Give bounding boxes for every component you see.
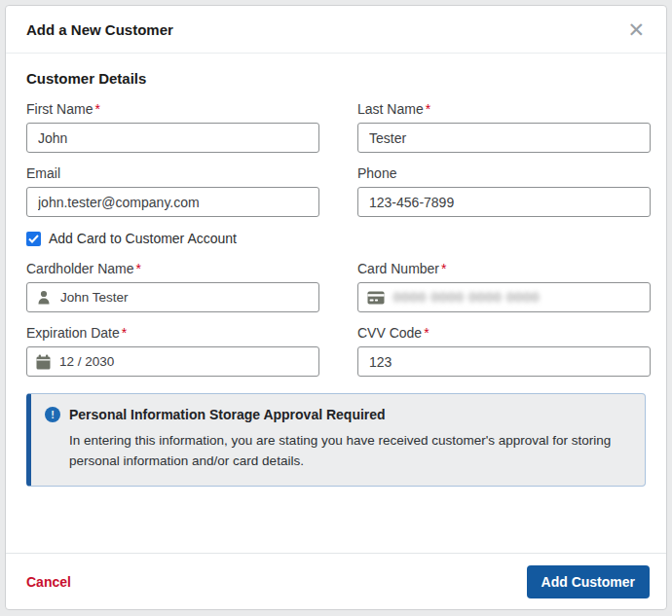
alert-title: Personal Information Storage Approval Re…: [69, 407, 386, 422]
checkmark-icon: [28, 235, 39, 243]
close-icon[interactable]: ✕: [625, 19, 647, 40]
add-customer-button[interactable]: Add Customer: [527, 565, 650, 598]
add-card-checkbox-label[interactable]: Add Card to Customer Account: [49, 231, 237, 246]
modal-header: Add a New Customer ✕: [6, 6, 666, 54]
required-star: *: [136, 261, 141, 276]
credit-card-icon: [367, 291, 385, 305]
card-number-field: Card Number* 0000 0000 0000 0000: [357, 261, 651, 312]
required-star: *: [426, 101, 430, 117]
alert-body-text: In entering this information, you are st…: [45, 431, 629, 472]
modal-title: Add a New Customer: [26, 21, 173, 38]
modal-footer: Cancel Add Customer: [6, 553, 666, 609]
expiration-date-label: Expiration Date*: [26, 325, 319, 341]
card-number-input-box[interactable]: 0000 0000 0000 0000: [357, 282, 651, 312]
required-star: *: [94, 101, 99, 117]
card-number-masked-value: 0000 0000 0000 0000: [393, 290, 540, 305]
phone-field: Phone: [357, 165, 651, 217]
customer-fields: First Name* Last Name* Email Phone: [26, 101, 646, 217]
last-name-field: Last Name*: [357, 101, 651, 153]
email-input[interactable]: [26, 187, 319, 217]
card-fields: Cardholder Name* Card Number* 0000 0000 …: [26, 261, 646, 377]
card-number-label: Card Number*: [357, 261, 651, 276]
expiration-date-input[interactable]: [59, 354, 310, 369]
phone-label: Phone: [357, 165, 651, 181]
last-name-input[interactable]: [357, 123, 651, 153]
cardholder-name-label: Cardholder Name*: [26, 261, 319, 276]
modal-body: Customer Details First Name* Last Name* …: [6, 54, 666, 553]
required-star: *: [424, 325, 429, 341]
cvv-code-field: CVV Code*: [357, 325, 651, 377]
person-icon: [36, 289, 52, 306]
expiration-date-field: Expiration Date*: [26, 325, 319, 377]
expiration-date-input-box[interactable]: [26, 346, 319, 377]
required-star: *: [122, 325, 127, 341]
cardholder-name-input-box[interactable]: [26, 282, 319, 312]
info-icon: !: [45, 407, 60, 422]
email-label: Email: [26, 165, 319, 181]
cardholder-name-input[interactable]: [60, 290, 310, 305]
alert-title-row: ! Personal Information Storage Approval …: [45, 407, 629, 422]
calendar-icon: [36, 354, 51, 370]
add-card-checkbox[interactable]: [26, 232, 41, 246]
cardholder-name-field: Cardholder Name*: [26, 261, 319, 312]
add-card-checkbox-row: Add Card to Customer Account: [26, 231, 646, 246]
phone-input[interactable]: [357, 187, 651, 217]
storage-approval-alert: ! Personal Information Storage Approval …: [26, 393, 646, 487]
cvv-code-input[interactable]: [357, 346, 651, 377]
add-customer-modal: Add a New Customer ✕ Customer Details Fi…: [5, 5, 667, 610]
email-field: Email: [26, 165, 319, 217]
required-star: *: [441, 261, 446, 276]
cvv-code-label: CVV Code*: [357, 325, 651, 341]
first-name-input[interactable]: [26, 123, 319, 153]
first-name-field: First Name*: [26, 101, 319, 153]
first-name-label: First Name*: [26, 101, 319, 117]
cancel-button[interactable]: Cancel: [26, 574, 71, 590]
last-name-label: Last Name*: [357, 101, 651, 117]
section-heading: Customer Details: [26, 70, 646, 87]
